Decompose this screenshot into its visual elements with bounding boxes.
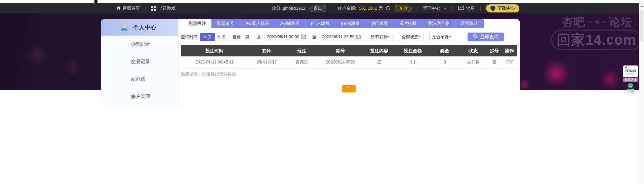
sidebar-header: 个人中心 — [101, 19, 178, 36]
tab-lottery-bets[interactable]: 彩票投注 — [183, 19, 211, 28]
col-action: 操作 — [502, 45, 517, 56]
home-link[interactable]: 返回首页 — [116, 5, 140, 11]
refresh-balance-icon[interactable] — [386, 6, 391, 11]
cell-issue: 20220611-0526 — [319, 56, 362, 68]
tab-ag-fishing[interactable]: AG捕鱼王 — [275, 19, 306, 28]
col-play: 玩法 — [285, 45, 319, 56]
tab-profit-stats[interactable]: 盈亏统计 — [455, 19, 484, 28]
balance-value: 501.1951 — [359, 6, 377, 11]
scrollbar[interactable] — [639, 3, 644, 184]
col-prize: 奖金 — [430, 45, 460, 56]
scrollbar-up-button[interactable] — [639, 4, 644, 9]
messages-label: 消息 — [466, 5, 475, 11]
watermark-title-left: 杏吧 — [562, 15, 586, 30]
nav-divider — [332, 6, 332, 11]
nav-divider — [417, 6, 417, 11]
all-games-link[interactable]: 全部游戏 — [151, 5, 175, 11]
avatar — [119, 22, 129, 33]
cell-chase: 否 — [487, 56, 502, 68]
sidebar-item-account-management[interactable]: 账户管理 — [101, 88, 178, 105]
balance-unit: 元 — [378, 5, 383, 11]
col-content: 投注内容 — [362, 45, 396, 56]
col-amount: 投注金额 — [396, 45, 430, 56]
quick-last-week-button[interactable]: 最近一周 — [229, 33, 253, 41]
home-icon — [116, 6, 121, 11]
cell-status: 未开奖 — [460, 56, 487, 68]
nav-divider — [480, 6, 481, 11]
tab-bbin-games[interactable]: BBIN游戏 — [335, 19, 365, 28]
search-button[interactable]: 立即查询 — [468, 33, 504, 41]
cell-content: 庄 — [362, 56, 396, 68]
page: 返回首页 全部游戏 你好, jimbird1911 退出 账户余额: 501.1… — [0, 0, 644, 184]
tab-hk-mark-six[interactable]: 香港六合彩 — [422, 19, 455, 28]
top-navbar: 返回首页 全部游戏 你好, jimbird1911 退出 账户余额: 501.1… — [0, 3, 639, 13]
single-pick-select[interactable]: 是否单挑 ▼ — [429, 33, 454, 41]
logout-button[interactable]: 退出 — [309, 5, 326, 12]
query-time-label: 查询时间 — [181, 34, 198, 40]
download-icon: ↓ — [490, 6, 495, 11]
message-badge-label[interactable]: 消息 — [623, 88, 638, 94]
tab-pt-slots[interactable]: PT老虎机 — [306, 19, 335, 28]
quick-range-group: 今天 昨天 最近一周 — [200, 33, 253, 41]
to-date-input[interactable]: 2022/06/11 23:59 — [320, 33, 363, 41]
cell-lottery: 河内1分彩 — [248, 56, 285, 68]
chevron-down-icon: ▼ — [418, 36, 421, 39]
from-label: 从: — [257, 34, 263, 40]
pagination-page-1[interactable]: 1 — [342, 85, 356, 92]
admin-center-menu[interactable]: 管理中心 ▼ — [423, 5, 447, 11]
cell-play: 百家乐 — [285, 56, 319, 68]
message-smiley-icon[interactable] — [628, 83, 633, 88]
nav-divider — [146, 6, 146, 11]
watermark-domain: 回家14.com — [551, 30, 641, 50]
from-date-input[interactable]: 2022/06/11 00:00 — [265, 33, 308, 41]
status-select[interactable]: 全部状态 ▼ — [399, 33, 424, 41]
watermark-flourish: ❧ ✾ ❧ — [588, 19, 607, 26]
quick-yesterday-button[interactable]: 昨天 — [214, 33, 229, 41]
cell-prize: 0 — [430, 56, 460, 68]
tab-ag-live[interactable]: AG真人娱乐 — [240, 19, 275, 28]
main-content: 彩票投注 彩票追号 AG真人娱乐 AG捕鱼王 PT老虎机 BBIN游戏 沙巴体育… — [178, 19, 520, 106]
col-issue: 期号 — [319, 45, 362, 56]
sidebar-item-site-messages[interactable]: 站内信 — [101, 71, 178, 88]
download-center-label: 下载中心 — [497, 5, 515, 11]
calendar-icon — [301, 34, 306, 40]
all-games-label: 全部游戏 — [158, 5, 175, 11]
cell-amount: 0.1 — [396, 56, 430, 68]
messages-link[interactable]: 消息 — [458, 5, 475, 11]
print-link[interactable]: 打印 — [502, 56, 517, 68]
logo-subline — [627, 75, 634, 75]
scrollbar-thumb[interactable] — [640, 10, 643, 42]
retention-notice: 温馨提示：仅保留15天的数据 — [181, 72, 236, 77]
magnifier-icon — [473, 34, 478, 40]
navbar-left: 返回首页 全部游戏 — [116, 3, 175, 13]
tab-saba-sports[interactable]: 沙巴体育 — [365, 19, 394, 28]
download-center-button[interactable]: ↓ 下载中心 — [486, 4, 519, 12]
leaf-icon — [625, 66, 628, 68]
sidebar-item-transaction-records[interactable]: 交易记录 — [101, 53, 178, 71]
tab-lottery-chase[interactable]: 彩票追号 — [211, 19, 240, 28]
admin-center-label: 管理中心 — [423, 5, 440, 11]
top-notch — [94, 0, 97, 3]
chevron-down-icon: ▼ — [388, 36, 390, 39]
filter-bar: 查询时间 今天 昨天 最近一周 从: 2022/06/11 00:00 至: 2… — [181, 33, 504, 41]
to-label: 至: — [312, 34, 318, 40]
logo-subline — [626, 74, 636, 74]
col-chase: 追号 — [487, 45, 502, 56]
chevron-down-icon: ▼ — [444, 7, 447, 10]
quick-today-button[interactable]: 今天 — [200, 33, 215, 41]
watermark-title-right: 论坛 — [609, 15, 633, 30]
prize-source-cert-badge[interactable]: 奖源认证 — [623, 78, 638, 82]
tab-leyou-cards[interactable]: 乐游棋牌 — [394, 19, 422, 28]
col-status: 状态 — [460, 45, 487, 56]
sidebar-item-game-records[interactable]: 游戏记录 — [101, 36, 178, 53]
lottery-type-select[interactable]: 所有彩种 ▼ — [368, 33, 393, 41]
sidebar: 个人中心 游戏记录 交易记录 站内信 账户管理 — [101, 19, 178, 106]
home-label: 返回首页 — [123, 5, 140, 11]
balance-label: 账户余额: — [337, 5, 356, 11]
tab-bar: 彩票投注 彩票追号 AG真人娱乐 AG捕鱼王 PT老虎机 BBIN游戏 沙巴体育… — [183, 19, 484, 28]
recharge-button[interactable]: 充值 — [395, 5, 412, 12]
watermark-title: 杏吧 ❧ ✾ ❧ 论坛 — [562, 15, 633, 30]
nav-divider — [452, 6, 453, 11]
content-panel: 个人中心 游戏记录 交易记录 站内信 账户管理 彩票投注 彩票追号 AG真人娱乐… — [101, 19, 520, 106]
cert-logo-badge[interactable]: rncai — [623, 65, 638, 77]
